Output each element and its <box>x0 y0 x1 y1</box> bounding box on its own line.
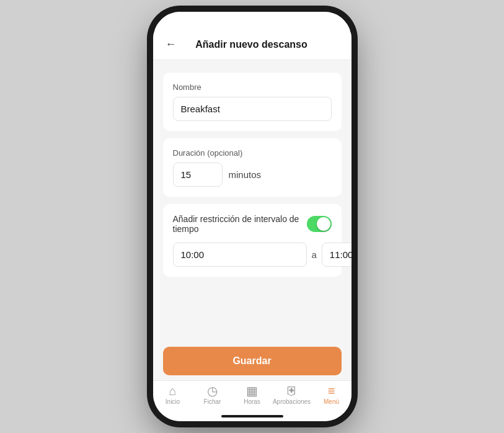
phone-shell: ← Añadir nuevo descanso Nombre Duración … <box>153 12 351 421</box>
nav-label-inicio: Inicio <box>166 398 180 405</box>
nav-item-aprobaciones[interactable]: ⛨ Aprobaciones <box>272 385 312 405</box>
toggle-label: Añadir restricción de intervalo de tiemp… <box>173 214 307 234</box>
duracion-label: Duración (opcional) <box>173 148 332 158</box>
header-title: Añadir nuevo descanso <box>179 39 324 50</box>
home-bar <box>221 415 283 417</box>
nav-item-horas[interactable]: ▦ Horas <box>232 385 272 405</box>
time-restriction-section: Añadir restricción de intervalo de tiemp… <box>163 204 342 277</box>
duracion-input[interactable] <box>173 163 223 187</box>
nombre-section: Nombre <box>163 73 342 131</box>
duration-row: minutos <box>173 163 332 187</box>
nombre-input[interactable] <box>173 97 332 121</box>
toggle-row: Añadir restricción de intervalo de tiemp… <box>173 214 332 234</box>
time-separator: a <box>312 249 317 260</box>
status-bar <box>153 12 351 29</box>
toggle-knob <box>317 217 330 231</box>
nav-label-menu: Menú <box>324 398 339 405</box>
nav-label-aprobaciones: Aprobaciones <box>273 398 311 405</box>
inicio-icon: ⌂ <box>169 385 176 397</box>
duracion-section: Duración (opcional) minutos <box>163 138 342 197</box>
fichar-icon: ◷ <box>207 385 218 397</box>
home-indicator <box>153 411 351 421</box>
aprobaciones-icon: ⛨ <box>286 385 298 397</box>
horas-icon: ▦ <box>246 385 258 397</box>
back-icon: ← <box>166 38 177 51</box>
nombre-label: Nombre <box>173 83 332 92</box>
time-row: a <box>173 243 332 267</box>
nav-item-fichar[interactable]: ◷ Fichar <box>193 385 232 405</box>
nav-item-inicio[interactable]: ⌂ Inicio <box>153 385 193 405</box>
nav-label-fichar: Fichar <box>204 398 221 405</box>
time-from-input[interactable] <box>173 243 307 267</box>
time-to-input[interactable] <box>322 243 351 267</box>
content-area: Nombre Duración (opcional) minutos Añadi… <box>153 60 351 339</box>
unit-label: minutos <box>229 169 262 180</box>
bottom-nav: ⌂ Inicio ◷ Fichar ▦ Horas ⛨ Aprobaciones… <box>153 380 351 411</box>
menu-icon: ≡ <box>328 385 335 397</box>
header: ← Añadir nuevo descanso <box>153 29 351 60</box>
bottom-area: Guardar <box>153 339 351 380</box>
time-restriction-toggle[interactable] <box>307 216 332 232</box>
nav-label-horas: Horas <box>244 398 260 405</box>
save-button[interactable]: Guardar <box>163 347 342 375</box>
nav-item-menu[interactable]: ≡ Menú <box>312 385 351 405</box>
back-button[interactable]: ← <box>163 35 179 53</box>
